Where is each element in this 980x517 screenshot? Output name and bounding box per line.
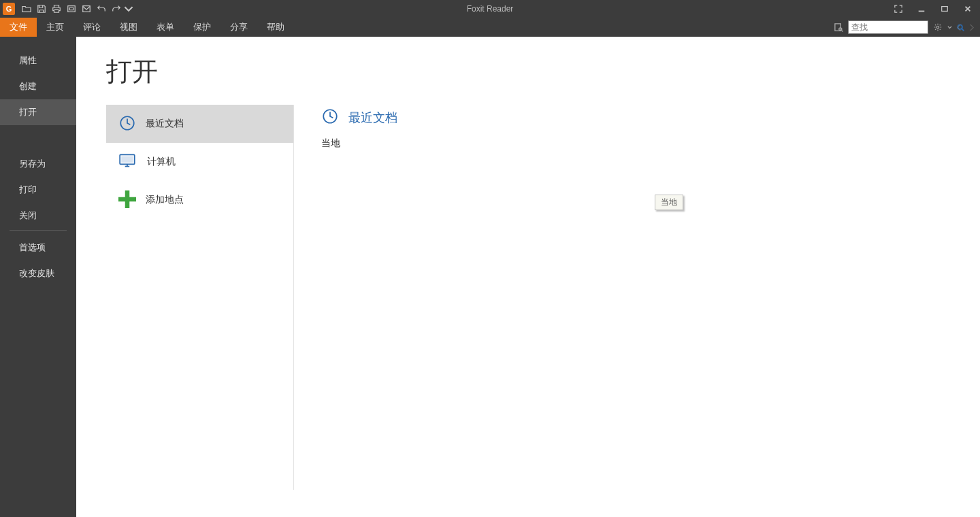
sidebar-item-label: 另存为 [19,158,46,170]
sidebar-item-print[interactable]: 打印 [0,177,76,203]
sidebar-gap [0,125,76,151]
maximize-icon[interactable] [938,2,951,16]
redo-icon[interactable] [109,0,124,18]
nav-next-icon[interactable] [965,18,977,37]
sidebar-item-label: 打开 [19,106,37,118]
window-controls [892,0,980,18]
clock-icon [321,107,339,128]
fullscreen-icon[interactable] [892,2,905,16]
sidebar-divider [10,230,67,231]
sidebar-item-create[interactable]: 创建 [0,73,76,99]
nav-prev-icon[interactable] [953,18,965,37]
sidebar-item-label: 关闭 [19,210,37,222]
sidebar-item-label: 属性 [19,54,37,67]
tab-view[interactable]: 视图 [110,18,147,37]
svg-rect-0 [68,6,76,12]
tab-form[interactable]: 表单 [147,18,184,37]
detail-header: 最近文档 [321,107,980,128]
settings-dropdown-icon[interactable] [946,18,953,37]
qat-dropdown-icon[interactable] [124,0,133,18]
app-icon[interactable]: G [3,3,15,15]
svg-rect-3 [834,23,840,30]
sidebar-item-properties[interactable]: 属性 [0,48,76,73]
place-label: 添加地点 [146,194,184,206]
quick-access-toolbar: G [0,0,133,18]
save-icon[interactable] [34,0,49,18]
search-box[interactable] [848,20,928,34]
close-icon[interactable] [961,2,975,16]
detail-pane: 最近文档 当地 [294,37,980,517]
sidebar-item-label: 创建 [19,80,37,93]
sidebar-item-preferences[interactable]: 首选项 [0,235,76,261]
tab-comment[interactable]: 评论 [74,18,110,37]
sidebar-item-change-skin[interactable]: 改变皮肤 [0,261,76,286]
sidebar-item-open[interactable]: 打开 [0,99,76,125]
ribbon-tabs: 文件 主页 评论 视图 表单 保护 分享 帮助 [0,18,980,37]
sidebar-item-label: 打印 [19,184,37,196]
print-icon[interactable] [49,0,64,18]
sidebar-item-label: 改变皮肤 [19,267,54,280]
backstage-sidebar: 属性 创建 打开 另存为 打印 关闭 首选项 改变皮肤 [0,37,76,517]
place-add-location[interactable]: 添加地点 [106,181,293,219]
tab-file[interactable]: 文件 [0,18,37,37]
settings-icon[interactable] [930,18,946,37]
clock-icon [118,114,136,134]
plus-icon [118,190,136,210]
window-title: Foxit Reader [0,4,980,14]
sidebar-item-label: 首选项 [19,241,46,254]
sidebar-item-close[interactable]: 关闭 [0,203,76,229]
place-recent[interactable]: 最近文档 [106,105,293,143]
computer-icon [118,152,137,172]
place-label: 计算机 [147,156,176,168]
find-tool-icon[interactable] [830,18,847,37]
tab-help[interactable]: 帮助 [257,18,294,37]
place-label: 最近文档 [146,118,184,130]
snapshot-icon[interactable] [64,0,79,18]
email-icon[interactable] [79,0,94,18]
place-computer[interactable]: 计算机 [106,143,293,181]
places-list: 最近文档 计算机 添加地点 [106,105,294,490]
tab-share[interactable]: 分享 [220,18,257,37]
svg-rect-9 [121,156,133,163]
detail-location[interactable]: 当地 [321,137,980,150]
backstage-stage: 打开 最近文档 计算机 添加地点 最近文档 当地 当地 [76,37,980,517]
page-title: 打开 [106,54,158,89]
svg-point-6 [936,26,939,29]
detail-title: 最近文档 [348,110,397,126]
undo-icon[interactable] [94,0,109,18]
svg-rect-2 [942,7,948,12]
svg-rect-1 [83,6,91,12]
backstage: 属性 创建 打开 另存为 打印 关闭 首选项 改变皮肤 打开 最近文档 计算机 … [0,37,980,517]
sidebar-item-save-as[interactable]: 另存为 [0,151,76,177]
titlebar: G Foxit Reader [0,0,980,18]
minimize-icon[interactable] [915,2,928,16]
tab-protect[interactable]: 保护 [184,18,220,37]
tab-home[interactable]: 主页 [37,18,74,37]
tooltip: 当地 [655,195,683,210]
open-icon[interactable] [19,0,34,18]
